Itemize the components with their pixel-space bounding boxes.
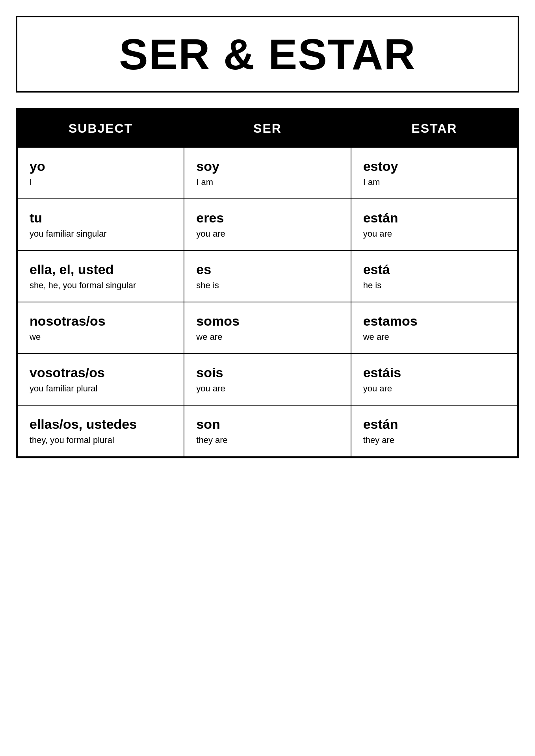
page-title: SER & ESTAR [119, 30, 416, 78]
table-row: vosotras/os you familiar plural sois you… [17, 354, 518, 405]
table-row: nosotras/os we somos we are estamos we a… [17, 302, 518, 354]
subject-spanish-1: tu [30, 210, 172, 226]
estar-spanish-1: están [363, 210, 505, 226]
estar-english-1: you are [363, 229, 505, 239]
conjugation-table: SUBJECT SER ESTAR yo I soy I am estoy I … [16, 108, 519, 458]
ser-english-3: we are [196, 332, 338, 342]
estar-english-3: we are [363, 332, 505, 342]
ser-cell-0: soy I am [184, 147, 351, 199]
subject-english-2: she, he, you formal singular [30, 280, 172, 291]
subject-spanish-5: ellas/os, ustedes [30, 417, 172, 432]
estar-cell-5: están they are [351, 405, 518, 457]
subject-cell-0: yo I [17, 147, 184, 199]
ser-english-1: you are [196, 229, 338, 239]
header-estar: ESTAR [351, 110, 518, 147]
table-row: yo I soy I am estoy I am [17, 147, 518, 199]
ser-spanish-4: sois [196, 365, 338, 380]
subject-spanish-0: yo [30, 159, 172, 174]
subject-cell-3: nosotras/os we [17, 302, 184, 354]
subject-english-4: you familiar plural [30, 384, 172, 394]
ser-cell-1: eres you are [184, 199, 351, 250]
table-row: ella, el, usted she, he, you formal sing… [17, 250, 518, 302]
estar-spanish-5: están [363, 417, 505, 432]
table-header-row: SUBJECT SER ESTAR [17, 110, 518, 147]
subject-english-1: you familiar singular [30, 229, 172, 239]
estar-english-4: you are [363, 384, 505, 394]
ser-spanish-0: soy [196, 159, 338, 174]
ser-cell-3: somos we are [184, 302, 351, 354]
ser-spanish-5: son [196, 417, 338, 432]
subject-english-0: I [30, 177, 172, 187]
ser-english-5: they are [196, 435, 338, 445]
title-box: SER & ESTAR [16, 16, 519, 93]
ser-english-0: I am [196, 177, 338, 187]
subject-spanish-4: vosotras/os [30, 365, 172, 380]
subject-cell-2: ella, el, usted she, he, you formal sing… [17, 250, 184, 302]
header-subject: SUBJECT [17, 110, 184, 147]
estar-cell-1: están you are [351, 199, 518, 250]
subject-cell-4: vosotras/os you familiar plural [17, 354, 184, 405]
subject-english-3: we [30, 332, 172, 342]
estar-cell-0: estoy I am [351, 147, 518, 199]
estar-spanish-0: estoy [363, 159, 505, 174]
table-row: ellas/os, ustedes they, you formal plura… [17, 405, 518, 457]
ser-spanish-2: es [196, 262, 338, 277]
ser-spanish-1: eres [196, 210, 338, 226]
estar-cell-3: estamos we are [351, 302, 518, 354]
estar-english-2: he is [363, 280, 505, 291]
estar-english-0: I am [363, 177, 505, 187]
ser-english-4: you are [196, 384, 338, 394]
ser-cell-4: sois you are [184, 354, 351, 405]
estar-spanish-3: estamos [363, 313, 505, 329]
estar-spanish-2: está [363, 262, 505, 277]
header-ser: SER [184, 110, 351, 147]
ser-english-2: she is [196, 280, 338, 291]
subject-spanish-2: ella, el, usted [30, 262, 172, 277]
subject-cell-1: tu you familiar singular [17, 199, 184, 250]
table-row: tu you familiar singular eres you are es… [17, 199, 518, 250]
subject-cell-5: ellas/os, ustedes they, you formal plura… [17, 405, 184, 457]
page-container: SER & ESTAR SUBJECT SER ESTAR yo I soy I… [16, 16, 519, 458]
estar-english-5: they are [363, 435, 505, 445]
estar-spanish-4: estáis [363, 365, 505, 380]
ser-cell-2: es she is [184, 250, 351, 302]
ser-cell-5: son they are [184, 405, 351, 457]
subject-spanish-3: nosotras/os [30, 313, 172, 329]
ser-spanish-3: somos [196, 313, 338, 329]
subject-english-5: they, you formal plural [30, 435, 172, 445]
estar-cell-4: estáis you are [351, 354, 518, 405]
estar-cell-2: está he is [351, 250, 518, 302]
